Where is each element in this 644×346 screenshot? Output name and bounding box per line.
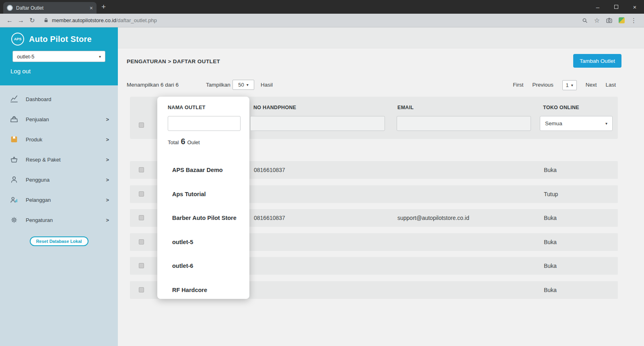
outlet-name: Aps Tutorial bbox=[172, 185, 206, 203]
sidebar-item-label: Resep & Paket bbox=[26, 157, 106, 163]
row-checkbox[interactable] bbox=[139, 239, 144, 244]
column-header-no-handphone: NO HANDPHONE bbox=[253, 105, 296, 110]
outlet-row[interactable]: Barber Auto Pilot Store 0816610837 suppo… bbox=[130, 209, 618, 227]
outlet-toko-online: Buka bbox=[544, 281, 557, 299]
chevron-right-icon: > bbox=[106, 217, 109, 223]
sidebar-item-dashboard[interactable]: Dashboard bbox=[0, 89, 118, 109]
tambah-outlet-button[interactable]: Tambah Outlet bbox=[573, 54, 621, 68]
brand: APS Auto Pilot Store bbox=[0, 33, 118, 46]
reset-database-button[interactable]: Reset Database Lokal bbox=[30, 236, 88, 246]
column-header-toko-online: TOKO ONLINE bbox=[543, 105, 579, 110]
sidebar-item-pengaturan[interactable]: Pengaturan > bbox=[0, 210, 118, 230]
zoom-icon[interactable] bbox=[582, 17, 588, 24]
gear-icon bbox=[10, 215, 22, 224]
total-count: 6 bbox=[181, 137, 185, 146]
url-host: member.autopilotstore.co.id bbox=[52, 17, 116, 23]
browser-toolbar: ← → ↻ member.autopilotstore.co.id/daftar… bbox=[0, 14, 644, 27]
minimize-icon[interactable]: – bbox=[588, 0, 607, 14]
forward-icon[interactable]: → bbox=[15, 15, 27, 26]
cash-register-icon bbox=[10, 115, 22, 124]
page-size-select[interactable]: 50 ▾ bbox=[232, 80, 254, 90]
filter-toko-online-select[interactable]: Semua ▾ bbox=[540, 116, 613, 131]
page: APS Auto Pilot Store outlet-5 ▾ Log out … bbox=[0, 27, 644, 346]
sidebar-item-label: Pelanggan bbox=[26, 197, 106, 203]
basket-icon bbox=[10, 155, 22, 164]
column-header-email: EMAIL bbox=[397, 105, 414, 110]
row-checkbox[interactable] bbox=[139, 287, 144, 292]
chevron-right-icon: > bbox=[106, 137, 109, 143]
sidebar-item-resep-paket[interactable]: Resep & Paket > bbox=[0, 149, 118, 170]
outlet-toko-online: Buka bbox=[544, 257, 557, 275]
chevron-right-icon: > bbox=[106, 197, 109, 203]
list-controls: Menampilkan 6 dari 6 Tampilkan 50 ▾ Hasi… bbox=[127, 80, 621, 90]
tab-title: Daftar Outlet bbox=[16, 5, 86, 11]
sidebar-header: APS Auto Pilot Store outlet-5 ▾ Log out bbox=[0, 27, 118, 85]
reload-icon[interactable]: ↻ bbox=[27, 15, 38, 26]
page-number-select[interactable]: 1 ▾ bbox=[562, 80, 577, 90]
new-tab-button[interactable]: + bbox=[101, 2, 106, 11]
maximize-icon[interactable] bbox=[607, 0, 625, 14]
lock-icon bbox=[43, 18, 49, 23]
browser-titlebar: Daftar Outlet × + – × bbox=[0, 0, 644, 14]
url-path: /daftar_outlet.php bbox=[116, 17, 157, 23]
caret-down-icon: ▾ bbox=[247, 83, 249, 87]
kebab-menu-icon[interactable]: ⋮ bbox=[631, 17, 637, 24]
product-box-icon bbox=[10, 135, 22, 144]
pagination: First Previous 1 ▾ Next Last bbox=[513, 80, 616, 90]
bookmark-star-icon[interactable]: ☆ bbox=[594, 17, 600, 24]
top-band bbox=[118, 27, 644, 48]
outlet-select[interactable]: outlet-5 ▾ bbox=[12, 51, 105, 62]
outlet-select-value: outlet-5 bbox=[17, 54, 34, 60]
extension-icon[interactable] bbox=[619, 17, 625, 23]
tab-close-icon[interactable]: × bbox=[90, 5, 93, 11]
pagination-next[interactable]: Next bbox=[586, 80, 597, 90]
chevron-right-icon: > bbox=[106, 116, 109, 122]
filter-email-input[interactable] bbox=[397, 116, 531, 131]
row-checkbox[interactable] bbox=[139, 215, 144, 220]
outlet-name: APS Bazaar Demo bbox=[172, 161, 223, 179]
aps-logo-icon: APS bbox=[11, 33, 24, 46]
browser-tab[interactable]: Daftar Outlet × bbox=[3, 2, 97, 14]
outlet-row[interactable]: APS Bazaar Demo 0816610837 Buka bbox=[130, 161, 618, 179]
close-icon[interactable]: × bbox=[625, 0, 644, 14]
pagination-previous[interactable]: Previous bbox=[532, 80, 553, 90]
select-all-checkbox[interactable] bbox=[139, 122, 144, 128]
address-bar[interactable]: member.autopilotstore.co.id/daftar_outle… bbox=[38, 15, 577, 26]
logout-link[interactable]: Log out bbox=[10, 68, 118, 75]
window-controls: – × bbox=[588, 0, 644, 14]
outlet-name: RF Hardcore bbox=[172, 281, 207, 299]
row-checkbox[interactable] bbox=[139, 167, 144, 172]
tampilkan-label: Tampilkan bbox=[206, 80, 230, 90]
outlet-toko-online: Buka bbox=[544, 209, 557, 227]
brand-name: Auto Pilot Store bbox=[29, 35, 92, 44]
sidebar-item-pengguna[interactable]: Pengguna > bbox=[0, 170, 118, 190]
filter-no-handphone-input[interactable] bbox=[250, 116, 385, 131]
sidebar-item-label: Produk bbox=[26, 137, 106, 143]
outlet-row[interactable]: Aps Tutorial Tutup bbox=[130, 185, 618, 203]
showing-count: Menampilkan 6 dari 6 bbox=[127, 80, 179, 90]
total-outlet-line: Total 6 Oulet bbox=[168, 137, 200, 146]
sidebar-item-pelanggan[interactable]: Pelanggan > bbox=[0, 190, 118, 210]
url-text: member.autopilotstore.co.id/daftar_outle… bbox=[52, 17, 157, 23]
outlet-row[interactable]: RF Hardcore Buka bbox=[130, 281, 618, 299]
back-icon[interactable]: ← bbox=[4, 15, 15, 26]
outlet-name: outlet-6 bbox=[172, 257, 193, 275]
row-checkbox[interactable] bbox=[139, 191, 144, 197]
sidebar-item-produk[interactable]: Produk > bbox=[0, 129, 118, 149]
column-header-nama-outlet: NAMA OUTLET bbox=[168, 105, 206, 110]
page-number-value: 1 bbox=[566, 82, 569, 88]
pagination-last[interactable]: Last bbox=[605, 80, 616, 90]
chevron-right-icon: > bbox=[106, 177, 109, 183]
filter-nama-outlet-input[interactable] bbox=[168, 116, 241, 131]
chevron-right-icon: > bbox=[106, 157, 109, 163]
toolbar-right-icons: ☆ ⋮ bbox=[582, 17, 637, 24]
sidebar: APS Auto Pilot Store outlet-5 ▾ Log out … bbox=[0, 27, 118, 346]
row-checkbox[interactable] bbox=[139, 263, 144, 268]
pagination-first[interactable]: First bbox=[513, 80, 523, 90]
camera-icon[interactable] bbox=[606, 17, 613, 24]
total-suffix: Oulet bbox=[187, 139, 200, 145]
outlet-table: NAMA OUTLET NO HANDPHONE EMAIL TOKO ONLI… bbox=[130, 97, 618, 299]
sidebar-item-penjualan[interactable]: Penjualan > bbox=[0, 109, 118, 129]
sidebar-menu: Dashboard Penjualan > Produk > bbox=[0, 85, 118, 346]
page-size-value: 50 bbox=[238, 82, 244, 88]
